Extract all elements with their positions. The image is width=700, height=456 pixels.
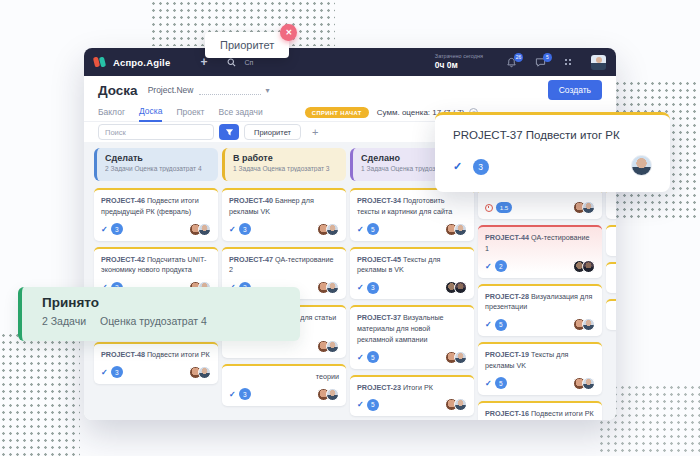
avatar (582, 201, 595, 214)
user-avatar[interactable] (591, 55, 606, 70)
filter-button[interactable] (219, 124, 239, 140)
task-card[interactable]: PROJECT-48 Подвести итоги РК ✓ 3 (94, 342, 218, 384)
avatar (454, 351, 467, 364)
assignee-avatars (573, 318, 595, 331)
accepted-task-count: 2 Задачи (42, 315, 86, 327)
task-card-footer: ✓ 5 (357, 223, 467, 236)
task-card-footer: ✓ 2 (485, 260, 595, 273)
assignee-avatars (445, 281, 467, 294)
avatar (582, 260, 595, 273)
task-card[interactable]: PROJECT-28 Визуализация для презентации … (478, 284, 602, 337)
time-spent-value: 0ч 0м (435, 60, 483, 71)
assignee-avatars (317, 281, 339, 294)
search-input[interactable] (98, 124, 214, 140)
alarm-icon (485, 204, 493, 212)
assignee-avatars (189, 366, 211, 379)
priority-filter-button[interactable]: Приоритет (244, 124, 301, 140)
kanban-column: В работе 1 Задача Оценка трудозатрат 3 P… (222, 148, 346, 420)
task-card-title: PROJECT-42 Подсчитать UNIT-экономику нов… (101, 255, 211, 277)
check-icon: ✓ (485, 320, 492, 329)
task-card[interactable] (606, 262, 616, 293)
task-card[interactable] (606, 188, 616, 219)
column-meta: 1 Задача Оценка трудозатрат 3 (233, 165, 338, 172)
task-card-footer: ✓ 3 (357, 281, 467, 294)
task-card-title: PROJECT-28 Визуализация для презентации (485, 292, 595, 314)
avatar (326, 281, 339, 294)
task-card[interactable] (606, 225, 616, 256)
navbar: Аспро.Agile + Сп Затрачено сегодня 0ч 0м… (84, 48, 616, 76)
task-card[interactable]: PROJECT-16 Подвести итоги РК (478, 401, 602, 420)
task-card-title: PROJECT-45 Тексты для рекламы в VK (357, 255, 467, 277)
task-popup[interactable]: PROJECT-37 Подвести итог РК ✓ 3 (435, 112, 670, 192)
task-popup-footer: ✓ 3 (453, 155, 652, 176)
task-card-title: PROJECT-37 Визуальные материалы для ново… (357, 313, 467, 345)
column-header[interactable]: Сделать 2 Задачи Оценка трудозатрат 4 (94, 148, 218, 181)
task-card[interactable]: PROJECT-34 Подготовить тексты и картинки… (350, 188, 474, 241)
tab-all-tasks[interactable]: Все задачи (218, 104, 262, 121)
column-name: Сделать (105, 153, 210, 163)
add-filter-button[interactable]: + (312, 126, 318, 138)
task-card[interactable]: PROJECT-40 Баннер для рекламы VK ✓ 3 (222, 188, 346, 241)
notifications-badge: 26 (514, 53, 523, 62)
notifications-button[interactable]: 26 (506, 57, 517, 68)
search-icon[interactable] (227, 58, 236, 67)
task-card[interactable]: PROJECT-45 Тексты для рекламы в VK ✓ 3 (350, 247, 474, 300)
column-cards: PROJECT-34 Подготовить тексты и картинки… (350, 188, 474, 416)
project-selector[interactable]: Project.New (148, 85, 194, 95)
task-id: PROJECT-40 (229, 196, 273, 205)
assignee-avatars (573, 377, 595, 390)
task-card[interactable]: PROJECT-23 Итоги РК ✓ 5 (350, 375, 474, 417)
apps-grid-icon[interactable] (564, 58, 573, 67)
column-header[interactable]: В работе 1 Задача Оценка трудозатрат 3 (222, 148, 346, 181)
sprint-status-badge: СПРИНТ НАЧАТ (305, 107, 369, 118)
assignee-avatars (573, 260, 595, 273)
task-card-footer: ✓ 5 (485, 318, 595, 331)
avatar (454, 398, 467, 411)
task-id: PROJECT-23 (357, 383, 401, 392)
assignee-avatars (317, 388, 339, 401)
task-card-title: PROJECT-46 Подвести итоги предыдущей РК … (101, 196, 211, 218)
task-card[interactable]: PROJECT-37 Визуальные материалы для ново… (350, 305, 474, 368)
chevron-down-icon[interactable]: ▾ (265, 86, 269, 95)
task-card[interactable] (606, 299, 616, 330)
create-button[interactable]: Создать (548, 80, 602, 100)
task-card[interactable]: теории ✓ 3 (222, 364, 346, 406)
overdue-indicator: 1.5 (485, 202, 512, 213)
estimate-badge: 5 (367, 223, 379, 235)
assignee-avatars (573, 201, 595, 214)
task-card[interactable]: PROJECT-19 Тексты для рекламы VK ✓ 5 (478, 342, 602, 395)
task-card[interactable]: 1.5 (478, 188, 602, 219)
avatar (326, 388, 339, 401)
column-meta: 2 Задачи Оценка трудозатрат 4 (105, 165, 210, 172)
navbar-search-text[interactable]: Сп (244, 59, 253, 66)
task-popup-title: PROJECT-37 Подвести итог РК (453, 129, 652, 141)
tab-board[interactable]: Доска (139, 103, 162, 122)
task-card[interactable]: PROJECT-46 Подвести итоги предыдущей РК … (94, 188, 218, 241)
messages-button[interactable]: 5 (535, 57, 546, 68)
avatar (198, 223, 211, 236)
time-spent: Затрачено сегодня 0ч 0м (435, 53, 483, 71)
check-icon: ✓ (485, 262, 492, 271)
avatar (454, 223, 467, 236)
task-id: PROJECT-28 (485, 292, 529, 301)
estimate-badge: 5 (495, 319, 507, 331)
assignee-avatars (189, 223, 211, 236)
check-icon: ✓ (357, 353, 364, 362)
avatar (326, 223, 339, 236)
avatar (326, 340, 339, 353)
task-card-title: PROJECT-40 Баннер для рекламы VK (229, 196, 339, 218)
tab-backlog[interactable]: Баклог (98, 104, 125, 121)
task-id: PROJECT-44 (485, 233, 529, 242)
decorative-dots-bottom-left (0, 332, 80, 456)
task-title-text: теории (316, 372, 339, 381)
avatar (198, 366, 211, 379)
avatar (582, 318, 595, 331)
task-card[interactable]: PROJECT-44 QA-тестирование 1 ✓ 2 (478, 225, 602, 278)
task-card-title: PROJECT-19 Тексты для рекламы VK (485, 350, 595, 372)
page-title: Доска (98, 83, 138, 98)
task-card-footer: ✓ 5 (485, 377, 595, 390)
assignee-avatars (445, 398, 467, 411)
priority-tooltip: Приоритет ✕ (205, 32, 289, 58)
tab-project[interactable]: Проект (176, 104, 204, 121)
assignee-avatars (445, 351, 467, 364)
